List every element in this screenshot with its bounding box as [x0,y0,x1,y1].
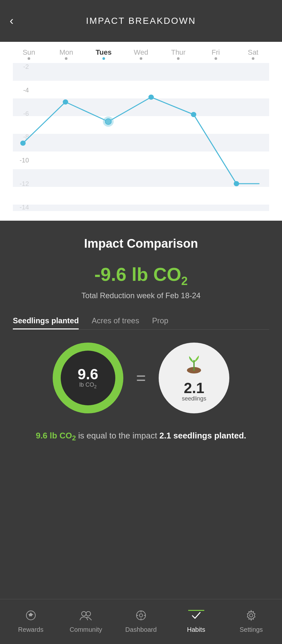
desc-amount: 2.1 [159,431,171,440]
comparison-row: 9.6 lb CO2 = 2.1 seedlings [13,343,269,413]
header: ‹ IMPACT BREAKDOWN [0,0,282,42]
dashboard-icon [136,610,146,623]
day-sun: Sun [16,48,42,60]
svg-rect-0 [13,63,269,81]
day-wed: Wed [128,48,154,60]
fri-dot [215,57,217,60]
settings-icon [246,610,257,623]
svg-point-9 [149,95,154,99]
reduction-label: Total Reduction week of Feb 18-24 [13,291,269,300]
mon-dot [65,57,67,60]
day-sat: Sat [240,48,266,60]
page-title: IMPACT BREAKDOWN [86,16,196,26]
tab-seedlings[interactable]: Seedlings planted [13,313,79,329]
rewards-icon [25,610,36,623]
tab-prop[interactable]: Prop [152,313,168,329]
co2-text: -9.6 lb CO [94,264,181,285]
svg-point-10 [191,112,196,117]
community-label: Community [70,626,102,633]
thur-dot [177,57,180,60]
impact-section: Impact Comparison -9.6 lb CO2 Total Redu… [0,221,282,453]
active-bar [188,610,204,611]
wed-dot [140,57,142,60]
svg-point-16 [86,612,91,616]
tab-acres[interactable]: Acres of trees [92,313,139,329]
chart-wrapper: -2 -4 -6 -8 -10 -12 -14 [13,63,269,211]
seedling-circle: 2.1 seedlings [159,343,229,413]
back-button[interactable]: ‹ [10,14,13,28]
nav-dashboard[interactable]: Dashboard [113,610,169,633]
day-mon: Mon [53,48,79,60]
settings-label: Settings [240,626,263,633]
svg-rect-2 [13,134,269,152]
nav-settings[interactable]: Settings [224,610,279,633]
habits-label: Habits [187,626,205,633]
desc-end: seedlings planted. [173,431,246,440]
co2-circle-outer: 9.6 lb CO2 [53,343,123,413]
habits-icon [191,610,202,623]
svg-point-18 [139,614,143,617]
co2-subscript: 2 [181,274,188,288]
sun-dot [28,57,30,60]
circle-unit: lb CO2 [79,382,97,389]
chart-svg [13,63,269,211]
svg-point-6 [63,100,68,104]
svg-rect-3 [13,169,269,187]
bottom-nav: Rewards Community Dashboard [0,599,282,644]
circle-value: 9.6 [78,367,98,382]
chart-section: Sun Mon Tues Wed Thur Fri Sat [0,42,282,221]
svg-point-23 [250,614,253,617]
community-icon [79,610,92,623]
dashboard-label: Dashboard [125,626,157,633]
desc-mid: is equal to the impact [78,431,159,440]
equals-sign: = [136,368,146,388]
co2-circle-inner: 9.6 lb CO2 [61,351,115,405]
svg-rect-1 [13,98,269,116]
day-fri: Fri [203,48,229,60]
co2-value: -9.6 lb CO2 [13,263,269,288]
day-tues: Tues [91,48,117,60]
svg-point-15 [82,612,86,616]
day-thur: Thur [165,48,191,60]
seedling-icon [183,354,205,379]
seedling-label: seedlings [182,395,206,402]
tues-dot [102,57,105,60]
nav-community[interactable]: Community [58,610,114,633]
svg-point-5 [21,141,25,145]
seedling-value: 2.1 [184,381,204,395]
description: 9.6 lb CO2 is equal to the impact 2.1 se… [13,429,269,444]
svg-point-8 [105,119,111,124]
svg-rect-4 [13,205,269,211]
nav-habits[interactable]: Habits [169,610,224,633]
desc-co2: 9.6 lb CO2 [36,431,76,440]
nav-rewards[interactable]: Rewards [3,610,58,633]
sat-dot [252,57,254,60]
tabs: Seedlings planted Acres of trees Prop [13,313,269,330]
svg-point-11 [234,181,239,186]
day-labels: Sun Mon Tues Wed Thur Fri Sat [13,48,269,60]
rewards-label: Rewards [18,626,43,633]
circle-sub: 2 [94,384,97,389]
impact-title: Impact Comparison [13,237,269,251]
